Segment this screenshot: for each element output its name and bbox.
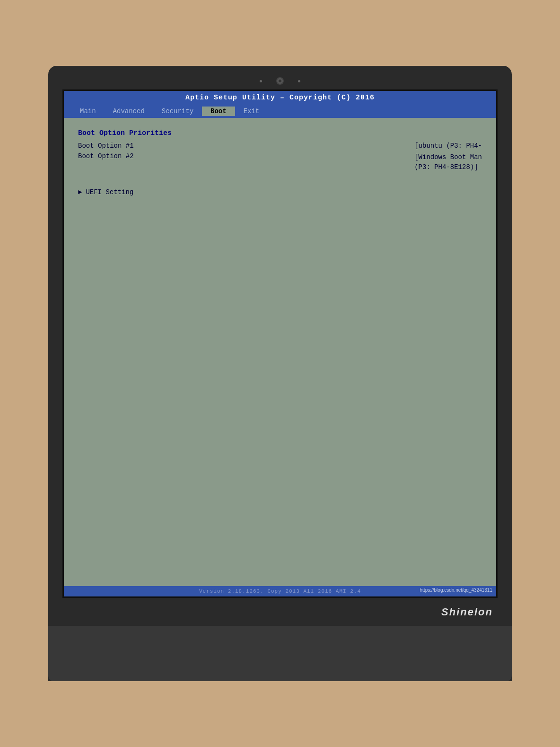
boot-option-1-row[interactable]: Boot Option #1 [ubuntu (P3: PH4- <box>78 142 482 150</box>
boot-option-2-value: [Windows Boot Man (P3: PH4-8E128)] <box>414 152 482 172</box>
nav-item-boot[interactable]: Boot <box>202 107 235 116</box>
nav-item-security[interactable]: Security <box>153 107 202 116</box>
arrow-icon: ► <box>78 188 82 196</box>
nav-item-advanced[interactable]: Advanced <box>105 107 153 116</box>
laptop-screen: Aptio Setup Utility – Copyright (C) 2016… <box>62 89 498 598</box>
uefi-setting-label: UEFI Setting <box>86 188 133 196</box>
nav-item-main[interactable]: Main <box>71 107 105 116</box>
boot-option-2-label: Boot Option #2 <box>78 152 210 160</box>
laptop-frame: Aptio Setup Utility – Copyright (C) 2016… <box>48 66 512 681</box>
webcam <box>276 77 284 85</box>
nav-item-exit[interactable]: Exit <box>235 107 268 116</box>
brand-label: Shinelon <box>441 606 493 618</box>
dot-right <box>298 80 300 82</box>
bios-container: Aptio Setup Utility – Copyright (C) 2016… <box>64 91 496 596</box>
boot-option-2-row[interactable]: Boot Option #2 [Windows Boot Man (P3: PH… <box>78 152 482 172</box>
uefi-setting-row[interactable]: ► UEFI Setting <box>78 188 482 196</box>
bios-nav: Main Advanced Security Boot Exit <box>64 105 496 118</box>
watermark: https://blog.csdn.net/qq_43241311 <box>420 587 492 593</box>
boot-option-1-value: [ubuntu (P3: PH4- <box>414 142 482 150</box>
webcam-bar <box>57 74 503 89</box>
bottom-bezel: Shinelon <box>48 598 512 626</box>
boot-option-1-label: Boot Option #1 <box>78 142 210 150</box>
bios-content: Boot Option Priorities Boot Option #1 [u… <box>64 118 496 586</box>
section-header-boot-priorities: Boot Option Priorities <box>78 129 482 137</box>
bios-title: Aptio Setup Utility – Copyright (C) 2016 <box>64 91 496 105</box>
keyboard-area <box>48 626 512 681</box>
dot-left <box>260 80 262 82</box>
